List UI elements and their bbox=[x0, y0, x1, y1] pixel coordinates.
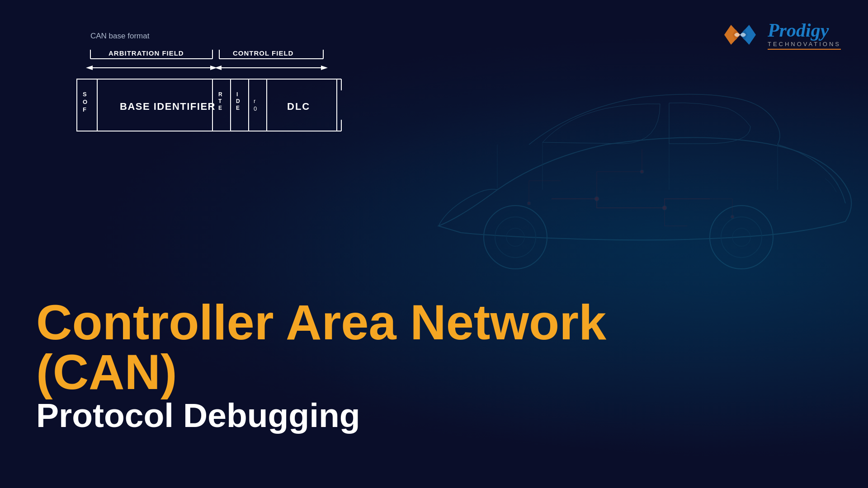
cell-rte-e: E bbox=[218, 105, 222, 111]
cell-rte-t: T bbox=[218, 98, 222, 104]
title-line-1: Controller Area Network bbox=[36, 297, 606, 347]
logo: Prodigy TECHNOVATIONS bbox=[720, 18, 841, 52]
logo-icon bbox=[720, 18, 760, 52]
format-label: CAN base format bbox=[90, 32, 150, 40]
cell-sof-s: S bbox=[83, 91, 87, 98]
svg-marker-21 bbox=[215, 66, 222, 70]
cell-sof-o: O bbox=[83, 99, 87, 105]
main-title-block: Controller Area Network (CAN) Protocol D… bbox=[36, 297, 606, 434]
logo-title: Prodigy bbox=[768, 21, 841, 40]
can-diagram-svg: CAN base format ARBITRATION FIELD CONTRO… bbox=[63, 25, 389, 197]
cell-r0-0: 0 bbox=[254, 105, 257, 112]
cell-dlc: DLC bbox=[287, 101, 310, 112]
cell-ide-d: D bbox=[236, 98, 240, 104]
title-line-2: (CAN) bbox=[36, 347, 606, 397]
cell-base-identifier: BASE IDENTIFIER bbox=[120, 101, 216, 112]
main-content: Prodigy TECHNOVATIONS CAN base format AR… bbox=[0, 0, 868, 488]
arbitration-field-label: ARBITRATION FIELD bbox=[108, 49, 184, 57]
logo-subtitle: TECHNOVATIONS bbox=[768, 41, 841, 47]
svg-marker-15 bbox=[86, 66, 93, 70]
svg-rect-27 bbox=[249, 79, 267, 131]
can-diagram-wrapper: CAN base format ARBITRATION FIELD CONTRO… bbox=[63, 25, 389, 198]
cell-ide-i: I bbox=[236, 91, 238, 98]
logo-underline bbox=[768, 49, 841, 50]
title-line-3: Protocol Debugging bbox=[36, 397, 606, 434]
cell-r0-r: r bbox=[254, 98, 256, 104]
logo-text-group: Prodigy TECHNOVATIONS bbox=[768, 21, 841, 50]
cell-rte-r: R bbox=[218, 91, 222, 98]
cell-ide-e: E bbox=[236, 105, 240, 111]
control-field-label: CONTROL FIELD bbox=[233, 49, 293, 57]
cell-sof-f: F bbox=[83, 106, 86, 113]
svg-marker-22 bbox=[321, 66, 328, 70]
